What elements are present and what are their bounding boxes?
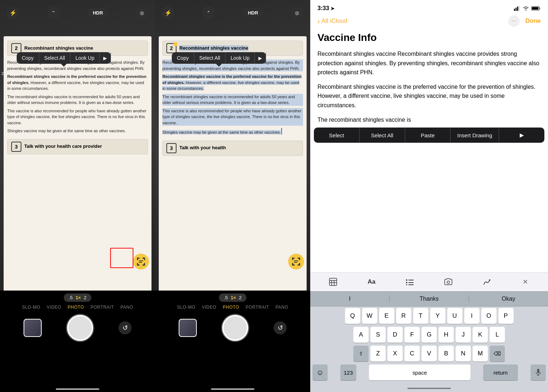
select-all-button-notes[interactable]: Select All	[360, 128, 405, 143]
key-n[interactable]: N	[456, 346, 471, 362]
key-q[interactable]: Q	[345, 308, 360, 324]
more-button-2[interactable]: ▶	[255, 53, 266, 64]
return-key[interactable]: return	[483, 364, 518, 380]
live-photo-icon[interactable]: ◎	[136, 6, 149, 19]
emoji-key[interactable]: ☺	[312, 364, 328, 380]
note-body[interactable]: Recombinant shingles vaccine Recombinant…	[317, 49, 541, 124]
shutter-button-2[interactable]	[222, 315, 248, 341]
live-text-scan-icon-2[interactable]	[288, 254, 304, 270]
camera-panel-2: ⚡ ⌃ HDR ◎ 2 Recombinant shingles vaccine…	[155, 0, 310, 392]
key-u[interactable]: U	[447, 308, 462, 324]
mode-portrait-2[interactable]: PORTRAIT	[246, 305, 269, 310]
flash-icon-2[interactable]: ⚡	[162, 6, 175, 19]
mode-pano-1[interactable]: PANO	[120, 305, 133, 310]
key-s[interactable]: S	[370, 327, 386, 343]
select-all-button-1[interactable]: Select All	[39, 52, 71, 64]
photo-thumbnail-1[interactable]	[24, 319, 42, 337]
flip-icon-2[interactable]: ⌃	[202, 6, 215, 19]
select-button-notes[interactable]: Select	[314, 128, 360, 143]
notes-nav-bar: ‹ All iCloud ··· Done	[310, 13, 548, 30]
key-c[interactable]: C	[404, 346, 420, 362]
live-text-icon-area-2[interactable]	[287, 253, 305, 271]
flip-camera-button-1[interactable]: ↺	[119, 321, 132, 334]
zoom-pill-2[interactable]: .5 1× 2	[219, 293, 247, 302]
key-f[interactable]: F	[404, 327, 420, 343]
done-button[interactable]: Done	[526, 17, 541, 25]
key-a[interactable]: A	[353, 327, 369, 343]
zoom-1x[interactable]: 1×	[75, 295, 81, 300]
mode-photo-2[interactable]: PHOTO	[223, 305, 239, 310]
backspace-key[interactable]: ⌫	[490, 346, 505, 362]
table-icon[interactable]	[327, 275, 340, 288]
key-p[interactable]: P	[498, 308, 514, 324]
shift-key[interactable]: ⇧	[353, 346, 369, 362]
pred-word-1[interactable]: I	[310, 296, 389, 302]
key-y[interactable]: Y	[430, 308, 445, 324]
key-z[interactable]: Z	[370, 346, 386, 362]
key-k[interactable]: K	[473, 327, 488, 343]
zoom-2x-2[interactable]: 2	[239, 295, 241, 300]
zoom-05[interactable]: .5	[69, 295, 73, 300]
key-e[interactable]: E	[379, 308, 394, 324]
key-i[interactable]: I	[464, 308, 480, 324]
more-options-button[interactable]: ···	[508, 15, 520, 27]
font-size-icon[interactable]: Aa	[365, 275, 378, 288]
copy-button-2[interactable]: Copy	[172, 52, 194, 64]
look-up-button-1[interactable]: Look Up	[70, 52, 100, 64]
more-button-1[interactable]: ▶	[100, 53, 111, 64]
mode-video-2[interactable]: VIDEO	[202, 305, 216, 310]
zoom-05-2[interactable]: .5	[224, 295, 228, 300]
list-icon[interactable]	[403, 275, 416, 288]
key-j[interactable]: J	[456, 327, 471, 343]
zoom-1x-2[interactable]: 1×	[231, 295, 236, 300]
more-button-notes[interactable]: ▶	[499, 128, 544, 143]
camera-toolbar-icon[interactable]	[442, 275, 455, 288]
photo-thumbnail-2[interactable]	[179, 319, 197, 337]
content-fade	[310, 261, 548, 272]
live-text-icon-area[interactable]	[132, 253, 150, 271]
key-x[interactable]: X	[387, 346, 403, 362]
flash-icon[interactable]: ⚡	[7, 6, 20, 19]
hdr-button[interactable]: HDR	[88, 8, 108, 18]
insert-drawing-button-notes[interactable]: Insert Drawing	[451, 128, 499, 143]
key-r[interactable]: R	[396, 308, 411, 324]
zoom-2x[interactable]: 2	[84, 295, 86, 300]
microphone-key[interactable]	[531, 364, 546, 380]
zoom-pill-1[interactable]: .5 1× 2	[64, 293, 92, 302]
mode-video-1[interactable]: VIDEO	[47, 305, 61, 310]
flip-icon[interactable]: ⌃	[47, 6, 60, 19]
hdr-button-2[interactable]: HDR	[243, 8, 263, 18]
key-h[interactable]: H	[439, 327, 454, 343]
back-button[interactable]: ‹ All iCloud	[317, 17, 347, 25]
copy-button-1[interactable]: Copy	[17, 52, 39, 64]
shutter-button-1[interactable]	[67, 315, 93, 341]
paste-button-notes[interactable]: Paste	[405, 128, 451, 143]
select-all-button-2[interactable]: Select All	[194, 52, 226, 64]
key-m[interactable]: M	[473, 346, 488, 362]
live-photo-icon-2[interactable]: ◎	[291, 6, 304, 19]
doc-para-4: This vaccine is also recommended for peo…	[7, 108, 148, 126]
mode-slomo-1[interactable]: SLO-MO	[22, 305, 40, 310]
pred-word-2[interactable]: Thanks	[390, 296, 469, 302]
key-d[interactable]: D	[387, 327, 403, 343]
key-t[interactable]: T	[413, 308, 428, 324]
mode-portrait-1[interactable]: PORTRAIT	[91, 305, 114, 310]
key-v[interactable]: V	[422, 346, 437, 362]
pred-word-3[interactable]: Okay	[469, 296, 548, 302]
mode-slomo-2[interactable]: SLO-MO	[177, 305, 195, 310]
flip-camera-button-2[interactable]: ↺	[274, 321, 287, 334]
key-g[interactable]: G	[422, 327, 437, 343]
live-text-scan-icon[interactable]	[133, 254, 149, 270]
look-up-button-2[interactable]: Look Up	[225, 52, 255, 64]
key-l[interactable]: L	[490, 327, 505, 343]
back-label[interactable]: All iCloud	[321, 17, 348, 25]
scribble-icon[interactable]	[480, 275, 493, 288]
mode-photo-1[interactable]: PHOTO	[68, 305, 84, 310]
mode-pano-2[interactable]: PANO	[275, 305, 288, 310]
numbers-key[interactable]: 123	[340, 364, 356, 380]
close-toolbar-icon[interactable]: ✕	[519, 275, 532, 288]
key-b[interactable]: B	[439, 346, 454, 362]
key-w[interactable]: W	[362, 308, 377, 324]
key-o[interactable]: O	[481, 308, 497, 324]
space-key[interactable]: space	[369, 364, 470, 380]
